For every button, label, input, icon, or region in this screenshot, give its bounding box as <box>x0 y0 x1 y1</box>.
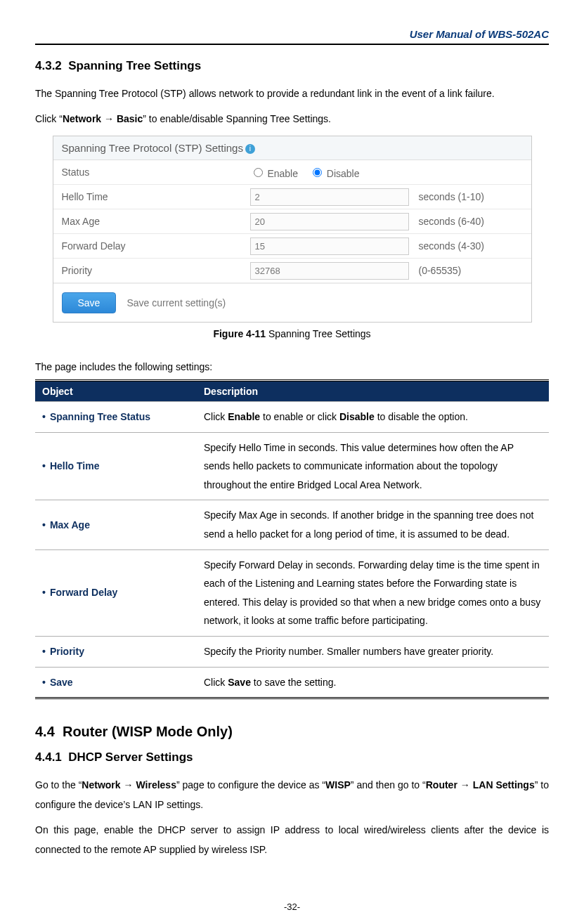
stp-settings-panel: Spanning Tree Protocol (STP) Settingsi S… <box>53 136 532 323</box>
intro-bold: Network → Basic <box>63 113 143 124</box>
figure-caption: Figure 4-11 Spanning Tree Settings <box>35 328 549 339</box>
stp-row-hello: Hello Time seconds (1-10) <box>53 185 531 209</box>
settings-table: Object Description •Spanning Tree Status… <box>35 379 549 699</box>
enable-radio-label[interactable]: Enable <box>250 168 298 179</box>
hello-hint: seconds (1-10) <box>412 187 531 207</box>
stp-save-row: Save Save current setting(s) <box>53 283 531 322</box>
section-number: 4.4.1 <box>35 750 62 764</box>
settings-table-body: •Spanning Tree Status Click Enable to en… <box>35 402 549 698</box>
obj-desc: Specify Max Age in seconds. If another b… <box>197 500 549 549</box>
save-hint: Save current setting(s) <box>126 297 226 308</box>
obj-desc: Specify the Priority number. Smaller num… <box>197 636 549 667</box>
obj-desc: Click Save to save the setting. <box>197 667 549 698</box>
disable-radio-label[interactable]: Disable <box>309 168 360 179</box>
fwd-hint: seconds (4-30) <box>412 236 531 256</box>
maxage-input[interactable] <box>250 213 410 230</box>
save-button[interactable]: Save <box>62 292 117 313</box>
fwd-label: Forward Delay <box>53 236 246 256</box>
dhcp-paragraph-2: On this page, enable the DHCP server to … <box>35 820 549 859</box>
table-row: •Max Age Specify Max Age in seconds. If … <box>35 500 549 549</box>
section-heading-432: 4.3.2 Spanning Tree Settings <box>35 59 549 73</box>
section-title: Router (WISP Mode Only) <box>63 724 233 739</box>
dhcp-paragraph-1: Go to the “Network → Wireless” page to c… <box>35 775 549 814</box>
disable-radio[interactable] <box>313 168 322 177</box>
col-object: Object <box>35 381 197 402</box>
prio-label: Priority <box>53 261 246 280</box>
obj-label: Priority <box>50 646 84 657</box>
manual-header-title: User Manual of WBS-502AC <box>35 28 549 40</box>
obj-desc: Specify Hello Time in seconds. This valu… <box>197 432 549 500</box>
obj-label: Save <box>50 677 73 688</box>
stp-panel-title: Spanning Tree Protocol (STP) Settings <box>62 142 243 154</box>
intro-paragraph-1: The Spanning Tree Protocol (STP) allows … <box>35 84 549 103</box>
enable-radio[interactable] <box>254 168 263 177</box>
stp-row-prio: Priority (0-65535) <box>53 259 531 283</box>
col-description: Description <box>197 381 549 402</box>
status-label: Status <box>53 162 246 182</box>
table-row: •Forward Delay Specify Forward Delay in … <box>35 549 549 636</box>
obj-label: Hello Time <box>50 460 100 471</box>
section-number: 4.3.2 <box>35 59 62 72</box>
section-number: 4.4 <box>35 724 55 739</box>
obj-label: Max Age <box>50 519 90 531</box>
hello-input[interactable] <box>250 188 410 206</box>
stp-row-maxage: Max Age seconds (6-40) <box>53 209 531 234</box>
obj-label: Forward Delay <box>50 587 117 598</box>
section-heading-44: 4.4 Router (WISP Mode Only) <box>35 724 549 740</box>
stp-panel-header: Spanning Tree Protocol (STP) Settingsi <box>53 136 531 160</box>
table-row: •Spanning Tree Status Click Enable to en… <box>35 402 549 433</box>
stp-row-fwd: Forward Delay seconds (4-30) <box>53 234 531 259</box>
figure-label-bold: Figure 4-11 <box>213 328 266 339</box>
obj-desc: Specify Forward Delay in seconds. Forwar… <box>197 549 549 636</box>
section-title: DHCP Server Settings <box>68 750 193 764</box>
section-heading-441: 4.4.1 DHCP Server Settings <box>35 750 549 764</box>
maxage-label: Max Age <box>53 212 246 231</box>
maxage-hint: seconds (6-40) <box>412 212 531 231</box>
obj-label: Spanning Tree Status <box>50 411 150 422</box>
settings-intro: The page includes the following settings… <box>35 357 549 377</box>
hello-label: Hello Time <box>53 187 246 207</box>
intro-prefix: Click “ <box>35 113 63 124</box>
obj-desc: Click Enable to enable or click Disable … <box>197 402 549 433</box>
table-row: •Save Click Save to save the setting. <box>35 667 549 698</box>
info-icon[interactable]: i <box>245 144 255 154</box>
intro-suffix: ” to enable/disable Spanning Tree Settin… <box>143 113 331 124</box>
status-hint <box>412 168 531 176</box>
intro-paragraph-2: Click “Network → Basic” to enable/disabl… <box>35 109 549 129</box>
table-row: •Hello Time Specify Hello Time in second… <box>35 432 549 500</box>
fwd-input[interactable] <box>250 237 410 255</box>
table-row: •Priority Specify the Priority number. S… <box>35 636 549 667</box>
section-title: Spanning Tree Settings <box>68 59 201 72</box>
status-value: Enable Disable <box>246 163 412 182</box>
figure-label-rest: Spanning Tree Settings <box>266 328 370 339</box>
stp-row-status: Status Enable Disable <box>53 160 531 185</box>
header-rule <box>35 44 549 45</box>
prio-hint: (0-65535) <box>412 261 531 280</box>
page-number: -32- <box>35 902 549 912</box>
prio-input[interactable] <box>250 262 410 280</box>
